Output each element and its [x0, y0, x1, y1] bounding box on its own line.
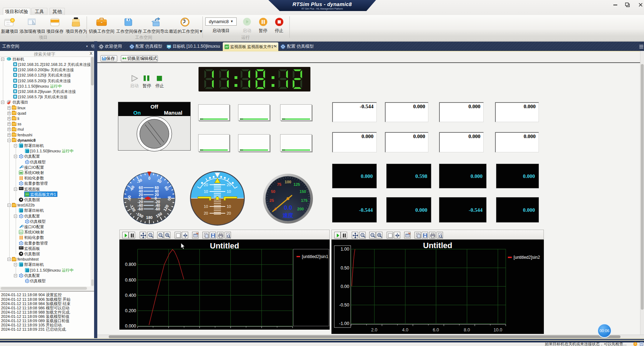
svg-text:0.0: 0.0	[284, 204, 292, 211]
svg-text:75: 75	[277, 182, 281, 187]
svg-text:50: 50	[271, 189, 275, 194]
svg-text:1.00: 1.00	[341, 247, 349, 252]
svg-text:6.0: 6.0	[433, 327, 439, 332]
svg-text:20: 20	[227, 183, 231, 187]
svg-text:10: 10	[227, 189, 231, 194]
svg-text:20: 20	[204, 183, 208, 187]
svg-text:10: 10	[204, 189, 208, 194]
svg-text:100: 100	[285, 180, 291, 184]
svg-text:8.0: 8.0	[464, 327, 470, 332]
svg-text:[untitled2]sin2: [untitled2]sin2	[514, 255, 540, 260]
svg-text:10: 10	[204, 204, 208, 209]
svg-text:0.000: 0.000	[125, 324, 136, 329]
svg-text:20: 20	[227, 211, 231, 215]
svg-text:20: 20	[204, 211, 208, 215]
svg-text:175: 175	[301, 198, 307, 203]
svg-text:180: 180	[146, 215, 153, 220]
svg-text:-0.50: -0.50	[339, 303, 350, 308]
svg-text:125: 125	[294, 182, 300, 187]
svg-text:4.0: 4.0	[402, 327, 408, 332]
svg-text:10.0: 10.0	[494, 327, 502, 332]
svg-text:0.600: 0.600	[125, 278, 136, 283]
svg-text:0.50: 0.50	[341, 266, 349, 271]
svg-text:150: 150	[300, 189, 306, 194]
svg-text:-60: -60	[155, 207, 160, 211]
svg-text:-60: -60	[138, 207, 143, 211]
svg-text:-1.00: -1.00	[339, 321, 350, 326]
svg-text:2.0: 2.0	[371, 327, 377, 332]
svg-text:-90: -90	[127, 195, 132, 201]
svg-text:10: 10	[227, 204, 231, 209]
svg-text:0.800: 0.800	[125, 262, 136, 267]
svg-text:90: 90	[167, 196, 171, 200]
svg-text:0: 0	[148, 176, 150, 180]
svg-text:0.400: 0.400	[125, 293, 136, 298]
svg-text:速度: 速度	[283, 212, 293, 218]
svg-text:[untitled2]sin1: [untitled2]sin1	[302, 254, 328, 259]
svg-text:0.200: 0.200	[125, 308, 136, 313]
svg-text:200: 200	[297, 207, 304, 211]
svg-text:0.00: 0.00	[341, 284, 349, 289]
svg-text:25: 25	[269, 198, 274, 203]
